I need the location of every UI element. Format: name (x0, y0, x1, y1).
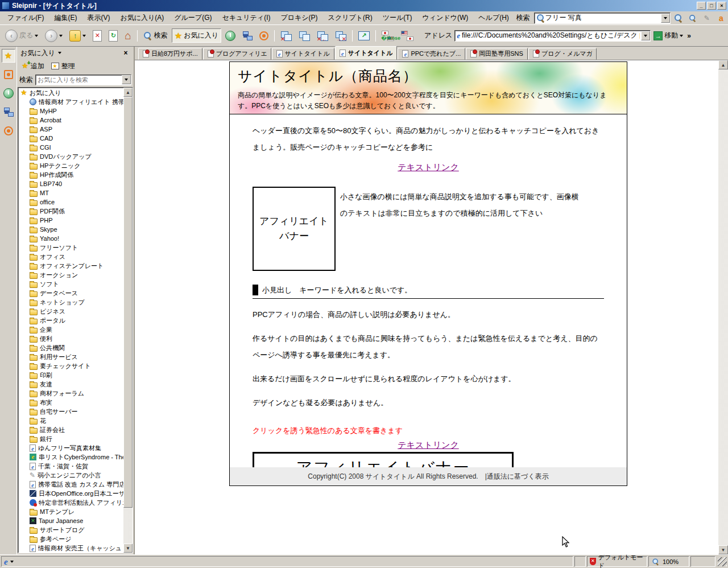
toolbar-overflow-chevron[interactable]: » (687, 32, 691, 40)
close-button[interactable]: × (717, 2, 726, 10)
sidebar-title-menu[interactable]: お気に入り (20, 48, 121, 58)
stop-button[interactable]: ✕ (90, 28, 105, 44)
sidebar-search-input[interactable] (38, 76, 121, 83)
add-favorite-button[interactable]: ★ 追加 (22, 61, 44, 71)
favorites-item[interactable]: 商材フォーラム (18, 389, 123, 398)
feeds-strip-button[interactable] (2, 124, 15, 138)
favorites-item[interactable]: MyHP (18, 106, 123, 116)
favorites-item[interactable]: ネットショップ (18, 298, 123, 307)
address-dropdown[interactable] (641, 31, 650, 40)
address-bar[interactable]: e file:///C:/Documents%20and%20Settings/… (454, 30, 651, 42)
groups-strip-button[interactable] (2, 105, 15, 119)
favorites-strip-button[interactable]: ★ (2, 49, 15, 63)
favorites-item[interactable]: 友達 (18, 380, 123, 389)
menu-item-4[interactable]: グループ(G) (169, 11, 217, 24)
restore-button[interactable]: □ (707, 2, 716, 10)
scroll-down-button[interactable]: ▼ (718, 545, 728, 554)
close-left-tabs-button[interactable]: ✕← (314, 28, 331, 43)
favorites-item[interactable]: 銀行 (18, 434, 123, 443)
quick-search-value[interactable]: フリー 写真 (545, 13, 660, 23)
favorites-item[interactable]: 特定非営利活動法人 アフィリエ (18, 498, 123, 507)
scroll-track[interactable] (718, 69, 728, 545)
minimize-button[interactable]: _ (697, 2, 706, 10)
favorites-panel-button[interactable]: ★ お気に入り (172, 28, 221, 43)
favorites-item[interactable]: フリーソフト (18, 243, 123, 252)
favorites-item[interactable]: 要チェックサイト (18, 361, 123, 371)
organize-favorites-button[interactable]: ★ 整理 (51, 61, 75, 71)
close-right-tabs-button[interactable]: →✕ (332, 28, 349, 43)
favorites-item[interactable]: e情報商材 安売王（キャッシュ (18, 544, 123, 553)
menu-item-1[interactable]: 編集(E) (49, 11, 82, 24)
favorites-item[interactable]: 参考ページ (18, 534, 123, 544)
address-value[interactable]: file:///C:/Documents%20and%20Settings/とも… (462, 31, 640, 40)
favorites-item[interactable]: 公共機関 (18, 343, 123, 352)
tab-2[interactable]: eサイトタイトル (272, 48, 334, 60)
favorites-item[interactable]: データベース (18, 289, 123, 298)
favorites-item[interactable]: ASP (18, 125, 123, 134)
favorites-item[interactable]: HPテクニック (18, 161, 123, 170)
text-link-1[interactable]: テキストリンク (398, 162, 458, 172)
favorites-item[interactable]: HP作成関係 (18, 170, 123, 179)
menu-item-10[interactable]: ヘルプ(H) (473, 11, 514, 24)
amazon-search-button[interactable]: a (715, 13, 727, 24)
tab-5[interactable]: 岡田塾専用SNS (466, 48, 528, 60)
affiliate-banner-small[interactable]: アフィリエイト バナー (253, 187, 336, 271)
favorites-item[interactable]: e串リストCyberSyndrome - The (18, 452, 123, 462)
headline-strip-button[interactable] (2, 68, 15, 81)
home-button[interactable]: ⌂ (122, 28, 134, 43)
favorites-item[interactable]: ✕Tapur Japanese (18, 516, 123, 525)
favorites-item[interactable]: ソフト (18, 279, 123, 289)
history-button[interactable] (222, 28, 238, 43)
favorites-item[interactable]: CGI (18, 143, 123, 152)
favorites-item[interactable]: Yahoo! (18, 234, 123, 243)
scroll-up-button[interactable]: ▲ (123, 88, 133, 97)
history-strip-button[interactable] (2, 87, 15, 100)
text-link-2[interactable]: テキストリンク (398, 440, 458, 450)
favorites-item[interactable]: ポータル (18, 316, 123, 325)
sidebar-search-box[interactable] (35, 75, 131, 85)
sidebar-scrollbar[interactable]: ▲ ▼ (123, 88, 133, 553)
favorites-item[interactable]: オフィステンプレート (18, 261, 123, 270)
favorites-item[interactable]: 印刷 (18, 371, 123, 380)
favorites-item[interactable]: MT (18, 188, 123, 197)
forward-history-dropdown[interactable] (59, 35, 63, 39)
favorites-item[interactable]: CAD (18, 134, 123, 143)
favorites-item[interactable]: PDF関係 (18, 207, 123, 216)
affiliate-banner-large[interactable]: アフィリエイトバナー (253, 452, 514, 467)
favorites-item[interactable]: ✎弱小エンジニアの小言 (18, 471, 123, 480)
highlight-search-button[interactable] (686, 13, 699, 24)
translate-jp-en-button[interactable]: �those (379, 28, 397, 43)
favorites-item[interactable]: eゆんフリー写真素材集 (18, 443, 123, 452)
menu-item-8[interactable]: ツール(T) (378, 11, 417, 24)
tab-3[interactable]: eサイトタイトル (335, 46, 398, 60)
groups-button[interactable] (239, 28, 255, 43)
back-button[interactable]: ‹ 戻る (2, 27, 41, 44)
favorites-item[interactable]: 情報商材 アフィリエイト 携帯ア (18, 97, 123, 106)
menu-item-0[interactable]: ファイル(F) (2, 11, 49, 24)
menu-item-6[interactable]: プロキシ(P) (275, 11, 322, 24)
menu-item-7[interactable]: スクリプト(R) (323, 11, 378, 24)
favorites-item[interactable]: LBP740 (18, 179, 123, 188)
favorites-item[interactable]: オークション (18, 270, 123, 279)
content-scrollbar[interactable]: ▲ ▼ (718, 60, 728, 554)
favorites-item[interactable]: e携帯電話 改造 カスタム 専門店 (18, 480, 123, 489)
favorites-item[interactable]: 企業 (18, 325, 123, 334)
favorites-item[interactable]: 自宅サーバー (18, 407, 123, 416)
favorites-item[interactable]: PHP (18, 216, 123, 225)
feeds-button[interactable] (257, 29, 271, 43)
tab-0[interactable]: 日給8万円サポ... (138, 48, 202, 60)
favorites-item[interactable]: オフィス (18, 252, 123, 261)
zoom-cell[interactable]: 100% (648, 556, 689, 567)
favorites-item[interactable]: e千葉・滋賀・佐賀 (18, 462, 123, 471)
up-dropdown[interactable] (82, 35, 86, 39)
go-button[interactable]: → 移動 (651, 29, 686, 42)
menu-item-3[interactable]: お気に入り(A) (115, 11, 169, 24)
favorites-item[interactable]: ビジネス (18, 307, 123, 316)
favorites-item[interactable]: 利用サービス (18, 352, 123, 361)
quick-search-box[interactable]: フリー 写真 (534, 13, 671, 24)
favorites-root-item[interactable]: ★ お気に入り (18, 88, 123, 97)
open-external-button[interactable]: ↗ (355, 29, 373, 43)
menu-item-9[interactable]: ウィンドウ(W) (417, 11, 474, 24)
scroll-up-button[interactable]: ▲ (718, 60, 728, 69)
favorites-item[interactable]: 証券会社 (18, 425, 123, 434)
